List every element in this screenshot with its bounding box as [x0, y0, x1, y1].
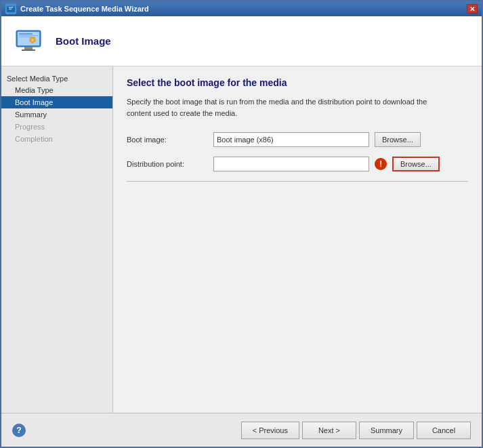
error-icon: ! [375, 158, 387, 170]
distribution-point-input[interactable] [213, 157, 369, 171]
svg-rect-6 [24, 47, 33, 49]
computer-icon [12, 25, 45, 58]
main-content: Select the boot image for the media Spec… [113, 66, 482, 413]
svg-point-12 [32, 39, 34, 41]
footer-buttons: < Previous Next > Summary Cancel [241, 422, 471, 439]
sidebar-item-boot-image[interactable]: Boot Image [1, 96, 112, 108]
wizard-window: Create Task Sequence Media Wizard ✕ [0, 0, 483, 448]
title-bar-left: Create Task Sequence Media Wizard [5, 3, 149, 14]
previous-button[interactable]: < Previous [241, 422, 299, 439]
page-title: Select the boot image for the media [127, 77, 468, 88]
svg-rect-9 [19, 35, 38, 36]
header-area: Boot Image [1, 16, 482, 66]
footer: ? < Previous Next > Summary Cancel [1, 413, 482, 447]
distribution-point-row: Distribution point: ! Browse... [127, 157, 468, 171]
svg-rect-2 [9, 7, 13, 8]
svg-rect-1 [8, 5, 14, 7]
distribution-point-browse-button[interactable]: Browse... [392, 157, 440, 171]
sidebar: Select Media Type Media Type Boot Image … [1, 66, 113, 413]
boot-image-row: Boot image: Browse... [127, 132, 468, 147]
divider [127, 181, 468, 182]
boot-image-input[interactable] [213, 132, 369, 147]
title-bar: Create Task Sequence Media Wizard ✕ [1, 1, 482, 16]
boot-image-browse-button[interactable]: Browse... [375, 132, 421, 147]
help-icon[interactable]: ? [12, 424, 26, 437]
footer-left: ? [12, 424, 26, 437]
content-area: Select Media Type Media Type Boot Image … [1, 66, 482, 413]
svg-rect-7 [22, 49, 35, 51]
sidebar-item-progress: Progress [1, 121, 112, 133]
summary-button[interactable]: Summary [359, 422, 414, 439]
sidebar-item-media-type[interactable]: Media Type [1, 84, 112, 96]
svg-rect-8 [19, 33, 33, 35]
sidebar-item-summary[interactable]: Summary [1, 108, 112, 121]
sidebar-group-label: Select Media Type [1, 72, 112, 84]
sidebar-item-completion: Completion [1, 133, 112, 145]
next-button[interactable]: Next > [302, 422, 356, 439]
distribution-point-label: Distribution point: [127, 160, 208, 168]
close-button[interactable]: ✕ [467, 4, 478, 14]
wizard-icon [5, 3, 16, 14]
boot-image-label: Boot image: [127, 136, 208, 144]
description-text: Specify the boot image that is run from … [127, 96, 452, 119]
svg-rect-3 [9, 9, 12, 9]
window-title: Create Task Sequence Media Wizard [20, 5, 149, 13]
cancel-button[interactable]: Cancel [417, 422, 471, 439]
header-title: Boot Image [56, 35, 111, 47]
